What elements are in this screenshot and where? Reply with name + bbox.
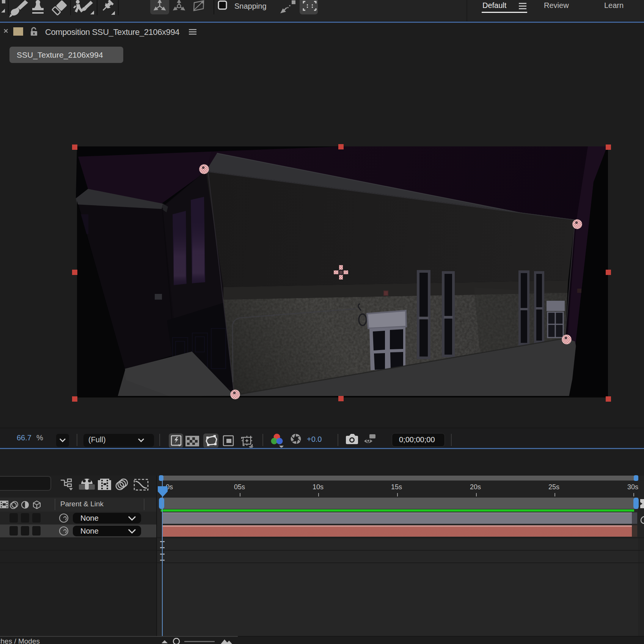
svg-text:+0.0: +0.0 [307,435,322,443]
svg-text:Snapping: Snapping [234,2,267,10]
